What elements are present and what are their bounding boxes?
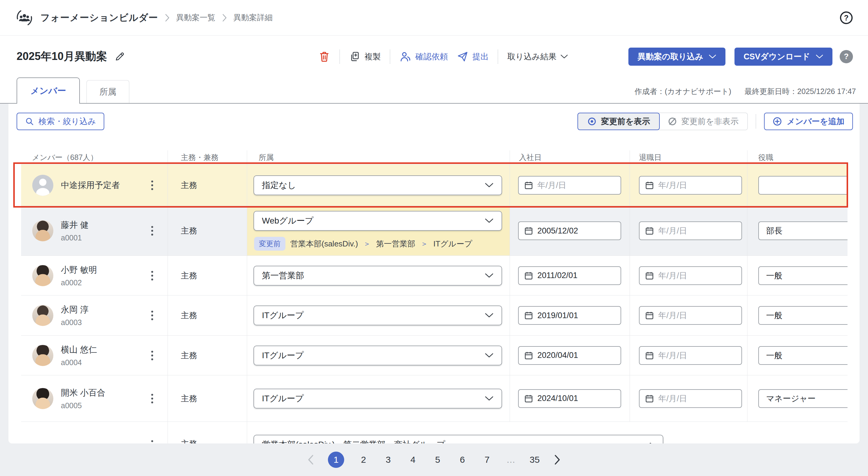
import-result-menu[interactable]: 取り込み結果	[507, 51, 568, 62]
chevron-down-icon	[709, 54, 716, 59]
kebab-menu-icon[interactable]	[151, 180, 154, 191]
add-member-button[interactable]: メンバーを追加	[764, 113, 853, 130]
import-plan-button[interactable]: 異動案の取り込み	[628, 47, 725, 66]
hide-before-button[interactable]: 変更前を非表示	[658, 113, 748, 130]
calendar-icon	[645, 226, 654, 235]
divider	[339, 50, 340, 64]
divider	[390, 50, 390, 64]
position-input[interactable]: 部長	[758, 221, 847, 240]
department-select[interactable]: 指定なし	[253, 175, 502, 195]
hire-date-input[interactable]: 2005/12/02	[518, 221, 621, 240]
help-badge-icon[interactable]: ?	[840, 50, 853, 63]
chevron-down-icon	[485, 218, 494, 224]
divider	[498, 50, 498, 64]
col-header-position: 役職	[747, 150, 847, 164]
leave-date-input[interactable]: 年/月/日	[639, 389, 742, 408]
breadcrumb-separator-icon	[165, 13, 170, 22]
leave-date-input[interactable]: 年/月/日	[639, 176, 742, 195]
member-name: 小野 敏明	[61, 264, 97, 276]
duty-value: 主務	[168, 336, 247, 375]
calendar-icon	[524, 271, 533, 280]
hire-date-input[interactable]: 年/月/日	[518, 176, 621, 195]
page-title: 2025年10月異動案	[17, 49, 107, 64]
search-filter-button[interactable]: 検索・絞り込み	[17, 113, 104, 130]
title-actions: 複製 確認依頼 提出 取り込み結果	[318, 47, 853, 66]
leave-date-input[interactable]: 年/月/日	[639, 221, 742, 240]
before-badge: 変更前	[254, 237, 285, 251]
department-select[interactable]: Webグループ	[253, 211, 502, 231]
member-name: 永岡 淳	[61, 304, 89, 315]
chevron-down-icon	[485, 183, 494, 188]
next-page-icon[interactable]	[554, 454, 561, 465]
member-name: 開米 小百合	[61, 387, 105, 399]
tab-member[interactable]: メンバー	[17, 77, 80, 104]
leave-date-input[interactable]: 年/月/日	[639, 266, 742, 285]
eye-off-icon	[668, 117, 677, 126]
col-header-leave-date: 退職日	[630, 150, 747, 164]
kebab-menu-icon[interactable]	[151, 439, 154, 443]
hire-date-input[interactable]: 2024/10/01	[518, 389, 621, 408]
page-3[interactable]: 3	[383, 455, 394, 465]
page-1[interactable]: 1	[328, 452, 344, 468]
submit-button[interactable]: 提出	[457, 51, 489, 62]
leave-date-input[interactable]: 年/月/日	[639, 346, 742, 365]
hire-date-input[interactable]: 2011/02/01	[518, 266, 621, 285]
help-icon[interactable]: ?	[839, 10, 854, 25]
position-input[interactable]: 一般	[758, 346, 847, 365]
avatar	[32, 265, 53, 286]
copy-icon	[349, 51, 361, 62]
page-last[interactable]: 35	[529, 455, 540, 465]
app-header: フォーメーションビルダー 異動案一覧 異動案詳細 ?	[0, 0, 868, 36]
position-input[interactable]: 一般	[758, 266, 847, 285]
table-row: 横山 悠仁 a0004 主務 ITグループ	[21, 335, 847, 375]
department-select[interactable]: ITグループ	[253, 306, 502, 325]
avatar-placeholder	[32, 175, 53, 196]
kebab-menu-icon[interactable]	[151, 225, 154, 236]
leave-date-input[interactable]: 年/月/日	[639, 306, 742, 325]
plan-meta: 作成者：(カオナビサポート) 最終更新日時：2025/12/26 17:47	[635, 87, 856, 103]
chevron-down-icon	[485, 353, 494, 358]
page-4[interactable]: 4	[407, 455, 418, 465]
member-code: a0002	[61, 278, 97, 287]
member-panel: 検索・絞り込み 変更前を表示 変更前を非表示	[8, 104, 860, 443]
kebab-menu-icon[interactable]	[151, 393, 154, 404]
page-7[interactable]: 7	[482, 455, 493, 465]
department-select[interactable]: ITグループ	[253, 389, 502, 409]
department-select[interactable]: 第一営業部	[253, 266, 502, 286]
chevron-down-icon	[485, 273, 494, 278]
calendar-icon	[645, 181, 654, 190]
duplicate-button[interactable]: 複製	[349, 51, 381, 62]
calendar-icon	[524, 226, 533, 235]
page-5[interactable]: 5	[432, 455, 443, 465]
divider	[755, 115, 756, 128]
member-code: a0001	[61, 233, 89, 242]
tab-department[interactable]: 所属	[87, 80, 129, 103]
position-input[interactable]	[758, 176, 847, 195]
csv-download-button[interactable]: CSVダウンロード	[735, 47, 832, 66]
page-2[interactable]: 2	[358, 455, 369, 465]
position-input[interactable]: マネージャー	[758, 389, 847, 408]
chevron-down-icon	[485, 396, 494, 401]
top-section: フォーメーションビルダー 異動案一覧 異動案詳細 ? 2025年10月異動案	[0, 0, 868, 104]
edit-title-button[interactable]	[114, 51, 125, 62]
breadcrumb-plan-list[interactable]: 異動案一覧	[176, 12, 216, 23]
hire-date-input[interactable]: 2020/04/01	[518, 346, 621, 365]
delete-button[interactable]	[318, 51, 330, 63]
before-change-line: 変更前 営業本部(salesDiv.) ＞ 第一営業部 ＞ ITグループ	[253, 237, 472, 251]
table-row: 小野 敏明 a0002 主務 第一営業部	[21, 255, 847, 295]
hire-date-input[interactable]: 2019/01/01	[518, 306, 621, 325]
calendar-icon	[645, 351, 654, 360]
chevron-down-icon	[560, 54, 568, 59]
show-before-button[interactable]: 変更前を表示	[578, 113, 660, 130]
review-request-button[interactable]: 確認依頼	[399, 51, 448, 63]
page-6[interactable]: 6	[457, 455, 468, 465]
kebab-menu-icon[interactable]	[151, 350, 154, 361]
app-title: フォーメーションビルダー	[40, 11, 158, 24]
position-input[interactable]: 一般	[758, 306, 847, 325]
plus-circle-icon	[772, 117, 782, 126]
calendar-icon	[645, 311, 654, 320]
department-select[interactable]: 営業本部(salesDiv.) ＞ 第二営業部 ＞ 商社グループ	[253, 435, 663, 443]
kebab-menu-icon[interactable]	[151, 270, 154, 281]
kebab-menu-icon[interactable]	[151, 310, 154, 321]
department-select[interactable]: ITグループ	[253, 346, 502, 366]
